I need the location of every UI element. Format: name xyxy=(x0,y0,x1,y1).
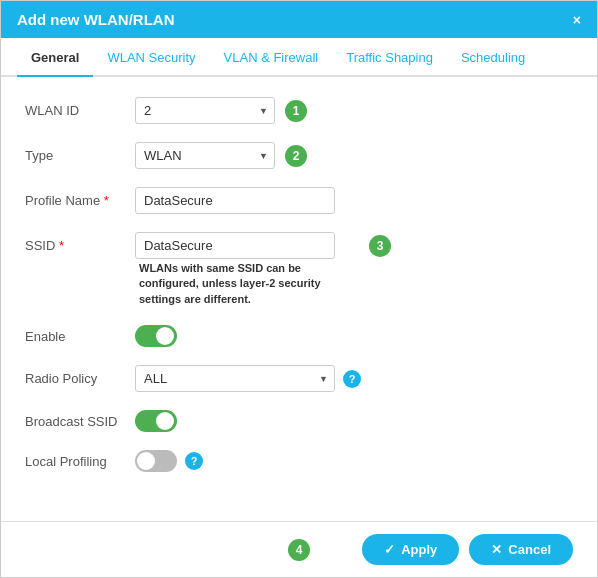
local-profiling-toggle[interactable] xyxy=(135,450,177,472)
local-profiling-label: Local Profiling xyxy=(25,454,135,469)
cancel-x-icon: ✕ xyxy=(491,542,502,557)
ssid-block: WLANs with same SSID can be configured, … xyxy=(135,232,359,307)
cancel-button[interactable]: ✕ Cancel xyxy=(469,534,573,565)
broadcast-ssid-slider xyxy=(135,410,177,432)
step-badge-3: 3 xyxy=(369,235,391,257)
profile-name-row: Profile Name * xyxy=(25,187,573,214)
apply-label: Apply xyxy=(401,542,437,557)
close-icon[interactable]: × xyxy=(573,12,581,28)
enable-row: Enable xyxy=(25,325,573,347)
step-badge-2: 2 xyxy=(285,145,307,167)
enable-slider xyxy=(135,325,177,347)
enable-toggle[interactable] xyxy=(135,325,177,347)
broadcast-ssid-toggle[interactable] xyxy=(135,410,177,432)
radio-policy-select[interactable]: ALL xyxy=(135,365,335,392)
wlan-id-select-wrapper: 2 xyxy=(135,97,275,124)
modal-body: WLAN ID 2 1 Type WLAN 2 Profile Name * xyxy=(1,77,597,521)
wlan-id-select[interactable]: 2 xyxy=(135,97,275,124)
tab-vlan-firewall[interactable]: VLAN & Firewall xyxy=(210,38,333,77)
tab-wlan-security[interactable]: WLAN Security xyxy=(93,38,209,77)
broadcast-ssid-row: Broadcast SSID xyxy=(25,410,573,432)
radio-policy-help-icon[interactable]: ? xyxy=(343,370,361,388)
apply-check-icon: ✓ xyxy=(384,542,395,557)
local-profiling-help-icon[interactable]: ? xyxy=(185,452,203,470)
tab-traffic-shaping[interactable]: Traffic Shaping xyxy=(332,38,447,77)
wlan-id-label: WLAN ID xyxy=(25,103,135,118)
modal-title: Add new WLAN/RLAN xyxy=(17,11,174,28)
profile-name-input[interactable] xyxy=(135,187,335,214)
modal-footer: 4 ✓ Apply ✕ Cancel xyxy=(1,521,597,577)
ssid-label: SSID * xyxy=(25,232,135,253)
tab-bar: General WLAN Security VLAN & Firewall Tr… xyxy=(1,38,597,77)
broadcast-ssid-label: Broadcast SSID xyxy=(25,414,135,429)
apply-button[interactable]: ✓ Apply xyxy=(362,534,459,565)
cancel-label: Cancel xyxy=(508,542,551,557)
radio-policy-select-wrapper: ALL xyxy=(135,365,335,392)
step-badge-1: 1 xyxy=(285,100,307,122)
modal-container: Add new WLAN/RLAN × General WLAN Securit… xyxy=(0,0,598,578)
type-row: Type WLAN 2 xyxy=(25,142,573,169)
enable-label: Enable xyxy=(25,329,135,344)
step-badge-4: 4 xyxy=(288,539,310,561)
tab-scheduling[interactable]: Scheduling xyxy=(447,38,539,77)
ssid-required: * xyxy=(59,238,64,253)
local-profiling-row: Local Profiling ? xyxy=(25,450,573,472)
ssid-note: WLANs with same SSID can be configured, … xyxy=(139,261,359,307)
type-select[interactable]: WLAN xyxy=(135,142,275,169)
radio-policy-label: Radio Policy xyxy=(25,371,135,386)
wlan-id-row: WLAN ID 2 1 xyxy=(25,97,573,124)
profile-name-required: * xyxy=(104,193,109,208)
ssid-row: SSID * WLANs with same SSID can be confi… xyxy=(25,232,573,307)
local-profiling-slider xyxy=(135,450,177,472)
type-label: Type xyxy=(25,148,135,163)
radio-policy-row: Radio Policy ALL ? xyxy=(25,365,573,392)
tab-general[interactable]: General xyxy=(17,38,93,77)
type-select-wrapper: WLAN xyxy=(135,142,275,169)
modal-header: Add new WLAN/RLAN × xyxy=(1,1,597,38)
profile-name-label: Profile Name * xyxy=(25,193,135,208)
ssid-input[interactable] xyxy=(135,232,335,259)
